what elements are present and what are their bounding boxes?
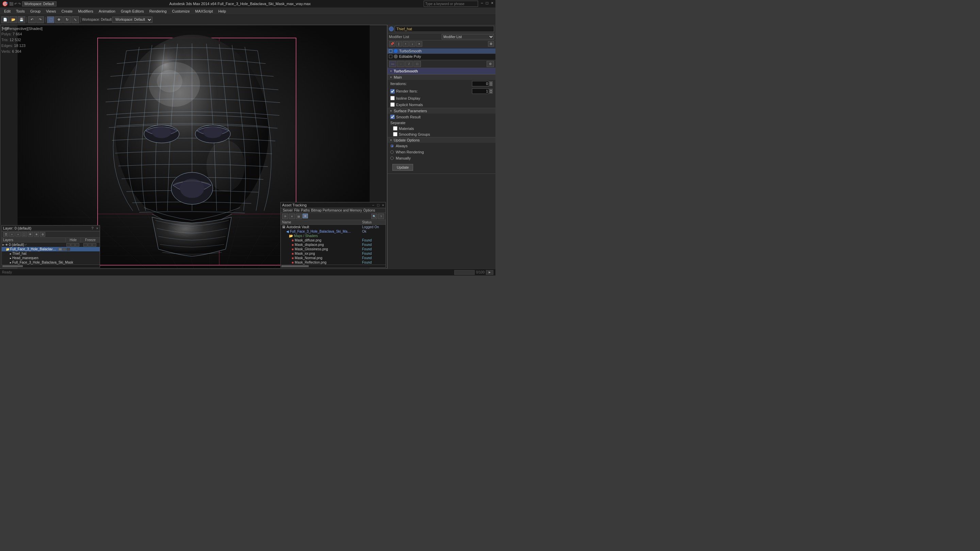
scale-button[interactable]: ⤡	[72, 16, 79, 23]
render-iters-checkbox[interactable]	[390, 89, 395, 94]
at-scroll-thumb[interactable]	[282, 265, 309, 267]
select-button[interactable]: ⬚	[47, 16, 54, 23]
hide-toggle3[interactable]	[75, 243, 79, 246]
at-help-button[interactable]: ?	[378, 214, 384, 219]
search-box[interactable]	[424, 1, 478, 7]
at-vault-row[interactable]: 🏛 Autodesk Vault Logged On	[281, 225, 385, 229]
at-ior-row[interactable]: ■ Mask_ior.png Found	[281, 251, 385, 256]
turbosmooth-collapse-arrow[interactable]: ▼	[390, 70, 392, 73]
layer-close-button[interactable]: ×	[96, 226, 98, 230]
isoline-display-checkbox[interactable]	[390, 96, 395, 100]
layer-freeze-all[interactable]: ❄	[34, 232, 39, 237]
at-menu-file[interactable]: File	[294, 208, 299, 212]
poly-mode[interactable]: □	[414, 61, 421, 67]
explicit-normals-checkbox[interactable]	[390, 102, 395, 107]
smoothing-groups-checkbox[interactable]	[393, 132, 398, 137]
editable-poly-modifier-item[interactable]: Editable Poly	[388, 54, 495, 59]
redo-button[interactable]: ↷	[37, 16, 44, 23]
layer-select-objects[interactable]: ⬚	[21, 232, 27, 237]
open-button[interactable]: 📂	[10, 16, 17, 23]
vertex-mode[interactable]: ·	[397, 61, 404, 67]
iterations-spinner[interactable]: ▲ ▼	[489, 81, 493, 86]
at-horizontal-scrollbar[interactable]	[281, 265, 385, 267]
hide-toggle2[interactable]	[71, 243, 75, 246]
menu-create[interactable]: Create	[59, 8, 75, 14]
layer-new[interactable]: +	[9, 232, 14, 237]
at-menu-bitmap[interactable]: Bitmap Performance and Memory	[311, 208, 362, 212]
freeze-toggle[interactable]	[83, 243, 88, 246]
layer-settings[interactable]: ⚙	[40, 232, 45, 237]
at-maps-row[interactable]: 📂 Maps / Shaders	[281, 233, 385, 238]
at-menu-server[interactable]: Server	[283, 208, 293, 212]
move-modifier-up[interactable]: ↑	[402, 41, 409, 47]
layer-add-selected[interactable]: +	[15, 232, 21, 237]
always-radio[interactable]	[390, 144, 394, 148]
when-rendering-radio[interactable]	[390, 150, 394, 154]
play-button[interactable]: ▶	[486, 270, 493, 275]
at-restore[interactable]: □	[377, 203, 379, 207]
at-reflection-row[interactable]: ■ Mask_Reflection.png Found	[281, 260, 385, 265]
menu-edit[interactable]: Edit	[2, 8, 13, 14]
menu-animation[interactable]: Animation	[96, 8, 118, 14]
at-normal-row[interactable]: ■ Mask_Normal.png Found	[281, 256, 385, 260]
configure-right[interactable]: ⚙	[487, 61, 494, 67]
pin-stack-button[interactable]: 📌	[389, 41, 395, 47]
window-controls[interactable]: − □ ×	[424, 1, 493, 7]
layer-select-all[interactable]: ☰	[3, 232, 8, 237]
editable-poly-checkbox[interactable]	[389, 55, 392, 58]
menu-maxscript[interactable]: MAXScript	[192, 8, 216, 14]
workspace-select[interactable]: Workspace: Default	[112, 17, 153, 23]
menu-customize[interactable]: Customize	[169, 8, 192, 14]
at-list-view-button[interactable]: ≡	[289, 214, 295, 219]
restore-button[interactable]: □	[486, 1, 488, 7]
undo-button[interactable]: ↶	[28, 16, 36, 23]
layer-help-button[interactable]: ?	[91, 226, 93, 230]
manually-radio[interactable]	[390, 156, 394, 160]
new-button[interactable]: 📄	[2, 16, 9, 23]
at-menu-paths[interactable]: Paths	[301, 208, 310, 212]
menu-rendering[interactable]: Rendering	[147, 8, 169, 14]
menu-modifiers[interactable]: Modifiers	[75, 8, 96, 14]
at-search-button[interactable]: 🔍	[371, 214, 377, 219]
menu-views[interactable]: Views	[43, 8, 59, 14]
iterations-input[interactable]	[472, 81, 489, 86]
move-button[interactable]: ✥	[55, 16, 63, 23]
quick-access[interactable]: ⬛ ↶ ↷	[9, 2, 21, 6]
at-glossiness-row[interactable]: ■ Mask_Glossiness.png Found	[281, 247, 385, 251]
layer-scroll-thumb[interactable]	[2, 265, 23, 267]
at-refresh-button[interactable]: ⟳	[282, 214, 288, 219]
minimize-button[interactable]: −	[481, 1, 483, 7]
expand-arrow[interactable]: ▶	[2, 243, 5, 246]
layer-row-headmanequen[interactable]: ▸ Head_manequen	[2, 256, 100, 260]
layer-row-fullface2[interactable]: ▸ Full_Face_3_Hole_Balaclava_Ski_Mask	[2, 260, 100, 265]
render-iters-spinner[interactable]: ▲ ▼	[489, 89, 493, 94]
at-diffuse-row[interactable]: ■ Mask_diffuse.png Found	[281, 238, 385, 243]
menu-group[interactable]: Group	[27, 8, 43, 14]
main-section-header[interactable]: ▼ Main	[388, 75, 495, 80]
render-iters-input[interactable]	[472, 89, 489, 94]
layer-row-thiefhat[interactable]: ▸ Thief_hat	[2, 251, 100, 256]
show-all-button[interactable]: |	[396, 41, 402, 47]
modifier-list-dropdown[interactable]: Modifier List	[442, 34, 494, 40]
remove-modifier-button[interactable]: ×	[416, 41, 422, 47]
timeline-bar[interactable]	[454, 270, 475, 275]
sub-object-none[interactable]: —	[389, 61, 396, 67]
at-minimize[interactable]: −	[372, 203, 374, 207]
at-thumb-view-button[interactable]: ▦	[302, 214, 308, 218]
turbosmooth-modifier-item[interactable]: TurboSmooth	[388, 48, 495, 54]
keyword-search-input[interactable]	[424, 1, 478, 7]
menu-help[interactable]: Help	[216, 8, 229, 14]
move-modifier-down[interactable]: ↓	[409, 41, 415, 47]
hide-toggle[interactable]	[66, 243, 70, 246]
at-displace-row[interactable]: ■ Mask_displace.png Found	[281, 243, 385, 247]
object-name-field[interactable]	[395, 26, 494, 32]
turbosmooth-checkbox[interactable]	[389, 49, 392, 53]
layer-row-default[interactable]: ▶ 👁 0 (default) ✓	[2, 243, 100, 247]
smooth-result-checkbox[interactable]	[390, 114, 395, 119]
surface-params-header[interactable]: ▼ Surface Parameters	[388, 108, 495, 114]
layer-row-fullface[interactable]: 📁 Full_Face_3_Hole_Balaclava_Ski_Mask	[2, 247, 100, 251]
layer-scrollbar[interactable]	[2, 265, 100, 267]
at-close[interactable]: ×	[382, 203, 384, 207]
at-details-view-button[interactable]: ▤	[296, 214, 302, 219]
edge-mode[interactable]: /	[405, 61, 413, 67]
